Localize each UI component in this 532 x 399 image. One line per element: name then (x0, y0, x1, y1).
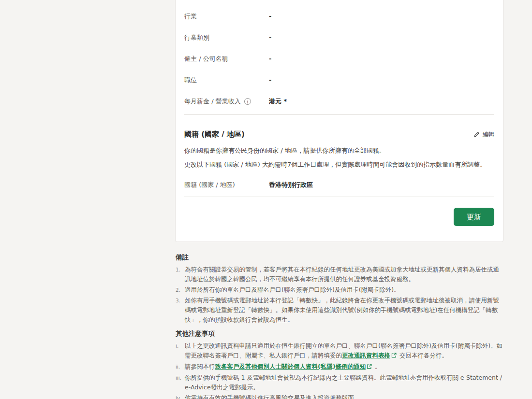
note-marker: ii. (176, 362, 185, 372)
field-label-text: 職位 (184, 76, 197, 84)
divider (184, 197, 494, 197)
other-notes-title: 其他注意事項 (176, 329, 503, 338)
field-label-text: 國籍 (國家 / 地區) (184, 181, 235, 189)
other-notes-list: i.以上之更改通訊資料申請只適用於在恒生銀行開立的單名戶口、聯名戶口(聯名簽署戶… (176, 341, 503, 399)
field-label-text: 行業 (184, 12, 197, 20)
update-button[interactable]: 更新 (454, 208, 494, 226)
note-marker: iv. (176, 393, 185, 399)
nationality-description-1: 你的國籍是你擁有公民身份的國家 / 地區，請提供你所擁有的全部國籍。 (184, 146, 494, 155)
external-link-icon[interactable] (367, 362, 372, 372)
field-label-text: 僱主 / 公司名稱 (184, 55, 228, 63)
note-item: 3.如你有用手機號碼或電郵地址於本行登記「轉數快」，此紀錄將會在你更改手機號碼或… (176, 296, 503, 325)
field-label: 行業類別 (184, 33, 269, 42)
note-item: iv.你需持有有效的手機號碼以進行高風險交易及進入投資服務版面。 (176, 393, 503, 399)
notes-section: 備註 1.為符合有關證券交易的管制，若客戶將其在本行紀錄的任何地址更改為美國或加… (176, 253, 503, 399)
field-value: 港元 * (269, 97, 287, 105)
field-label: 職位 (184, 76, 269, 84)
edit-link-label: 編輯 (483, 130, 494, 139)
nationality-description-2: 更改以下國籍 (國家 / 地區) 大約需時7個工作日處理，但實際處理時間可能會因… (184, 160, 494, 169)
note-item: 2.適用於所有你的單名戶口及聯名戶口(聯名簽署戶口除外)及信用卡(附屬卡除外)。 (176, 285, 503, 295)
note-marker: i. (176, 341, 185, 361)
change-contact-form-link[interactable]: 更改通訊資料表格 (342, 352, 390, 359)
note-marker: 2. (176, 285, 185, 295)
field-label-text: 行業類別 (184, 33, 209, 42)
note-text: 你所提供的手機號碼 1 及電郵地址會被視為本行紀錄內之主要聯絡資料。此電郵地址亦… (185, 373, 503, 392)
external-link-icon[interactable] (391, 351, 397, 361)
button-row: 更新 (184, 208, 494, 226)
field-value: 香港特別行政區 (269, 181, 313, 189)
divider (184, 114, 494, 115)
personal-info-page: 行業 - 行業類別 - 僱主 / 公司名稱 - 職位 - 每月薪金 / 營業收入… (0, 0, 532, 399)
note-text: 請參閱本行致各客戶及其他個別人士關於個人資料(私隱)條例的通知 。 (185, 362, 503, 372)
note-marker: 3. (176, 296, 185, 325)
field-label: 每月薪金 / 營業收入 i (184, 97, 269, 105)
note-marker: iii. (176, 373, 185, 392)
nationality-section-header: 國籍 (國家 / 地區) 編輯 (184, 129, 494, 139)
field-row-industry-category: 行業類別 - (184, 33, 494, 42)
field-row-employer: 僱主 / 公司名稱 - (184, 55, 494, 63)
field-value: - (269, 76, 271, 84)
note-text: 你需持有有效的手機號碼以進行高風險交易及進入投資服務版面。 (185, 393, 503, 399)
note-item: iii.你所提供的手機號碼 1 及電郵地址會被視為本行紀錄內之主要聯絡資料。此電… (176, 373, 503, 392)
edit-nationality-link[interactable]: 編輯 (473, 129, 494, 139)
field-value: - (269, 12, 271, 20)
note-text: 適用於所有你的單名戶口及聯名戶口(聯名簽署戶口除外)及信用卡(附屬卡除外)。 (185, 285, 503, 295)
field-label-text: 每月薪金 / 營業收入 (184, 97, 241, 105)
field-row-monthly-income: 每月薪金 / 營業收入 i 港元 * (184, 97, 494, 105)
nationality-section-title: 國籍 (國家 / 地區) (184, 129, 245, 139)
field-row-nationality: 國籍 (國家 / 地區) 香港特別行政區 (184, 181, 494, 189)
field-label: 行業 (184, 12, 269, 20)
note-item: ii.請參閱本行致各客戶及其他個別人士關於個人資料(私隱)條例的通知 。 (176, 362, 503, 372)
pencil-icon (473, 131, 480, 138)
personal-info-card: 行業 - 行業類別 - 僱主 / 公司名稱 - 職位 - 每月薪金 / 營業收入… (175, 0, 503, 242)
note-item: i.以上之更改通訊資料申請只適用於在恒生銀行開立的單名戶口、聯名戶口(聯名簽署戶… (176, 341, 503, 361)
notes-title: 備註 (176, 253, 503, 261)
notes-list: 1.為符合有關證券交易的管制，若客戶將其在本行紀錄的任何地址更改為美國或加拿大地… (176, 265, 503, 325)
field-label: 國籍 (國家 / 地區) (184, 181, 269, 189)
field-value: - (269, 55, 271, 63)
field-label: 僱主 / 公司名稱 (184, 55, 269, 63)
field-row-position: 職位 - (184, 76, 494, 84)
note-marker: 1. (176, 265, 185, 284)
field-value: - (269, 33, 271, 42)
note-text: 以上之更改通訊資料申請只適用於在恒生銀行開立的單名戶口、聯名戶口(聯名簽署戶口除… (185, 341, 503, 361)
privacy-ordinance-notice-link[interactable]: 致各客戶及其他個別人士關於個人資料(私隱)條例的通知 (215, 363, 366, 370)
info-icon[interactable]: i (244, 98, 251, 105)
note-text: 如你有用手機號碼或電郵地址於本行登記「轉數快」，此紀錄將會在你更改手機號碼或電郵… (185, 296, 503, 325)
field-row-industry: 行業 - (184, 12, 494, 20)
note-text: 為符合有關證券交易的管制，若客戶將其在本行紀錄的任何地址更改為美國或加拿大地址或… (185, 265, 503, 284)
note-item: 1.為符合有關證券交易的管制，若客戶將其在本行紀錄的任何地址更改為美國或加拿大地… (176, 265, 503, 284)
